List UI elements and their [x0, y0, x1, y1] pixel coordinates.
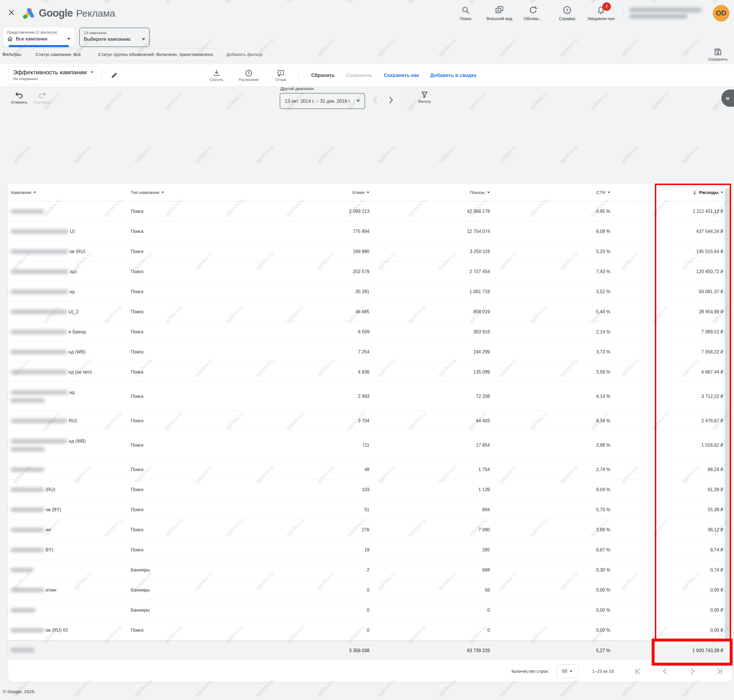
- campaign-selector[interactable]: 23 кампании Выберите кампанию: [79, 28, 150, 47]
- table-row[interactable]: (RU)Поиск1031 1399,04 %61,39 ₽: [8, 480, 732, 500]
- table-row[interactable]: нд (не lam)Поиск4 836135 0993,58 %4 667,…: [8, 362, 732, 382]
- table-row[interactable]: BY)Поиск192856,67 %6,74 ₽: [8, 540, 732, 560]
- campaign-name-cell: RU): [11, 418, 131, 424]
- undo-button[interactable]: Отменить: [10, 91, 29, 104]
- edit-title-button[interactable]: [110, 71, 118, 79]
- blurred-campaign-name: [11, 310, 67, 314]
- table-row[interactable]: Баннеры000,00 %0,00 ₽: [8, 600, 732, 620]
- table-row[interactable]: U)_2Поиск46 685858 0195,44 %28 454,99 ₽: [8, 302, 732, 322]
- column-header-ctr[interactable]: CTR: [490, 190, 611, 195]
- caret-down-icon: [721, 192, 724, 193]
- topbar-divider: [624, 5, 624, 21]
- table-row[interactable]: ов (BY)Поиск518945,70 %55,39 ₽: [8, 500, 732, 520]
- avatar[interactable]: OD: [713, 5, 730, 22]
- nav-refresh[interactable]: Обнови…: [516, 5, 550, 21]
- logo-google-text: Google: [39, 7, 73, 19]
- column-label: Тип кампании: [131, 190, 159, 195]
- date-range-selector[interactable]: 13 окт. 2014 г. – 31 дек. 2018 г.: [280, 93, 365, 109]
- home-icon: [7, 36, 13, 42]
- column-header-campaign[interactable]: Кампания: [11, 190, 131, 195]
- previous-page-button[interactable]: [661, 667, 669, 676]
- column-header-type[interactable]: Тип кампании: [131, 190, 243, 195]
- table-row[interactable]: ар)Поиск202 5792 727 4547,43 %120 450,72…: [8, 262, 732, 282]
- view-selector[interactable]: Представление (2 фильтра) Все кампании: [3, 28, 75, 47]
- rows-per-page-select[interactable]: 50: [556, 665, 578, 678]
- type-cell: Поиск: [131, 443, 243, 448]
- collapse-panel-button[interactable]: «: [721, 90, 734, 107]
- table-row[interactable]: Поиск2 099 21342 368 1794,95 %1 112 431,…: [8, 201, 732, 222]
- nav-appearance[interactable]: Внешний вид: [483, 5, 516, 21]
- vertical-scrollbar[interactable]: [725, 188, 731, 641]
- account-info-blurred: [630, 8, 706, 19]
- column-header-impressions[interactable]: Показы: [370, 190, 490, 195]
- report-toolbar: Эффективность кампании Не сохранено Скач…: [0, 64, 734, 87]
- filter-chip-campaign-status[interactable]: Статус кампании: Все: [29, 48, 88, 61]
- table-row[interactable]: Поиск481 7542,74 %86,24 ₽: [8, 460, 732, 480]
- campaign-name-suffix: нд (не lam): [69, 369, 92, 375]
- copyright-text: © Google, 2025.: [3, 689, 35, 694]
- add-filter-button[interactable]: Добавить фильтр: [226, 52, 263, 57]
- report-save-status: Не сохранено: [13, 76, 97, 81]
- nav-search-label: Поиск: [460, 16, 471, 21]
- table-row[interactable]: ндПоиск35 2811 001 7193,52 %50 081,37 ₽: [8, 282, 732, 302]
- close-icon[interactable]: ×: [8, 7, 15, 18]
- last-page-button[interactable]: [715, 667, 724, 676]
- table-row[interactable]: нд (WB)Поиск71117 8543,98 %1 016,62 ₽: [8, 431, 732, 460]
- type-cell: Поиск: [131, 628, 243, 633]
- table-header-row: КампанияТип кампанииКликиПоказыCTR↓Расхо…: [8, 184, 732, 201]
- table-row[interactable]: RU)Поиск3 70444 4038,34 %2 476,67 ₽: [8, 411, 732, 431]
- blurred-campaign-name: [11, 608, 35, 612]
- campaign-name-cell: BY): [11, 547, 131, 553]
- redo-label: Повторить: [33, 100, 51, 104]
- impressions-cell: 135 099: [370, 369, 490, 375]
- column-header-cost[interactable]: ↓Расходы: [611, 189, 724, 196]
- first-page-button[interactable]: [634, 667, 643, 676]
- column-header-clicks[interactable]: Клики: [243, 190, 370, 195]
- type-cell: Поиск: [131, 269, 243, 274]
- reset-button[interactable]: Сбросить: [311, 73, 335, 78]
- schedule-button[interactable]: Расписание: [236, 69, 261, 82]
- save-floppy-icon: [713, 48, 722, 56]
- nav-help[interactable]: ? Справка: [550, 5, 584, 21]
- feedback-button[interactable]: Отзыв: [269, 69, 293, 82]
- blurred-campaign-name: [11, 588, 44, 592]
- last-page-icon: [715, 667, 724, 676]
- table-row[interactable]: нд (WB)Поиск7 254194 2993,73 %7 056,22 ₽: [8, 342, 732, 362]
- previous-range-button[interactable]: [371, 96, 379, 104]
- next-range-button[interactable]: [387, 96, 395, 104]
- filter-chip-adgroup-status[interactable]: Статус группы объявлений: Включено, прио…: [91, 48, 219, 61]
- chevron-down-icon: [91, 71, 94, 73]
- campaign-name-suffix: U)_2: [69, 309, 79, 315]
- campaign-name-cell: [11, 607, 131, 614]
- nav-notifications[interactable]: ! Уведомле-ния: [584, 5, 618, 21]
- impressions-cell: 17 854: [370, 443, 490, 448]
- blurred-campaign-name: [11, 350, 67, 354]
- clicks-cell: 48: [243, 467, 370, 472]
- table-row[interactable]: U)Поиск775 89412 754 0746,08 %437 544,24…: [8, 222, 732, 241]
- next-page-button[interactable]: [688, 667, 696, 676]
- redo-button[interactable]: Повторить: [33, 91, 51, 104]
- sort-descending-icon: ↓: [692, 189, 697, 196]
- campaign-name-cell: U): [11, 228, 131, 235]
- nav-search[interactable]: Поиск: [449, 5, 483, 21]
- table-filter-button[interactable]: Фильтр: [415, 91, 434, 104]
- table-row[interactable]: и БрендПоиск6 509303 9162,14 %7 089,52 ₽: [8, 322, 732, 342]
- notification-badge: !: [602, 2, 611, 11]
- table-row[interactable]: ияПоиск2767 0903,89 %36,12 ₽: [8, 520, 732, 540]
- impressions-cell: 12 754 074: [370, 229, 490, 234]
- download-button[interactable]: Скачать: [204, 69, 229, 82]
- ctr-cell: 8,34 %: [490, 418, 611, 424]
- report-selector[interactable]: Эффективность кампании Не сохранено: [8, 66, 102, 85]
- save-report-button[interactable]: Сохранить: [346, 73, 372, 78]
- add-to-summary-button[interactable]: Добавить в сводку: [430, 73, 476, 78]
- save-filter-button[interactable]: Сохранить: [704, 48, 732, 62]
- blurred-campaign-name: [11, 628, 44, 632]
- save-as-button[interactable]: Сохранить как: [384, 73, 419, 78]
- table-row[interactable]: ов (RU) #2Поиск000,00 %0,00 ₽: [8, 620, 732, 640]
- table-row[interactable]: етингБаннеры0560,00 %0,00 ₽: [8, 580, 732, 600]
- column-label: Клики: [352, 190, 364, 195]
- campaign-name-cell: (RU): [11, 486, 131, 493]
- table-row[interactable]: ов (RU)Поиск169 8803 250 1195,23 %145 51…: [8, 241, 732, 262]
- table-row[interactable]: Баннеры26680,30 %0,74 ₽: [8, 560, 732, 580]
- table-row[interactable]: ндПоиск2 99372 2084,14 %3 712,22 ₽: [8, 382, 732, 411]
